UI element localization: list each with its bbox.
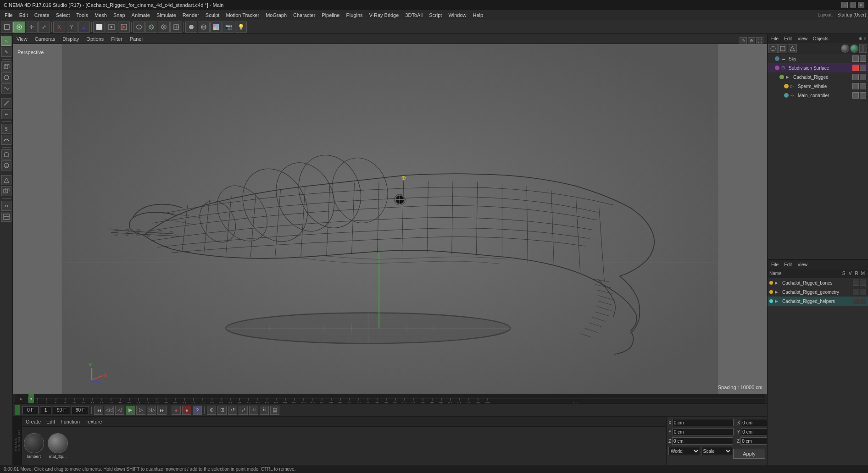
pen-tool[interactable]: ✒ [1,109,11,119]
frame-end-input[interactable] [53,406,70,414]
next-frame-btn[interactable]: ▷ [136,406,145,415]
menu-pipeline[interactable]: Pipeline [319,11,342,19]
material-preview-1[interactable] [841,44,849,53]
loop-tool[interactable] [1,212,11,222]
obj-item-cachalot[interactable]: ▶ Cachalot_Rigged [768,72,868,82]
material-tool[interactable] [1,160,11,170]
menu-edit[interactable]: Edit [17,11,31,19]
mat-menu-edit[interactable]: Edit [45,418,57,425]
maximize-button[interactable]: □ [850,2,856,8]
menu-help[interactable]: Help [470,11,486,19]
help-btn[interactable]: ? [193,406,202,415]
menu-mograph[interactable]: MoGraph [263,11,289,19]
minimize-button[interactable]: − [841,2,848,8]
bot-tab-edit[interactable]: Edit [782,261,794,268]
obj-item-bones[interactable]: ▶ Cachalot_Rigged_bones [768,278,868,287]
goto-end-btn[interactable]: ⏭ [157,406,167,415]
current-frame-input[interactable] [22,406,39,414]
graph-btn[interactable]: ≋ [249,406,258,415]
obj-icon-2[interactable] [778,44,787,53]
viewport-lock-btn[interactable]: ⊕ [740,37,747,44]
obj-item-geometry[interactable]: ▶ Cachalot_Rigged_geometry [768,287,868,297]
obj-icon-1[interactable] [768,44,778,53]
next-key-btn[interactable]: ▷▷ [147,406,156,415]
play-btn[interactable]: ▶ [126,406,135,415]
mat-menu-create[interactable]: Create [24,418,43,425]
material-lambert[interactable]: lambert [24,433,44,459]
prev-frame-btn[interactable]: ◁ [115,406,124,415]
sphere-tool[interactable] [1,72,11,82]
sky-enable-btn[interactable] [852,55,859,62]
menu-mesh[interactable]: Mesh [92,11,110,19]
menu-script[interactable]: Script [426,11,445,19]
scale-dropdown[interactable]: Scale [701,447,733,455]
move-tool-btn[interactable]: ✛ [26,22,38,33]
viewport-menu-options[interactable]: Options [84,35,106,43]
uv-mode-btn[interactable] [170,22,182,33]
viewport-menu-panel[interactable]: Panel [128,35,145,43]
camera-btn[interactable]: 📷 [223,22,234,33]
sperm-whale-enable-btn[interactable] [852,83,859,89]
menu-snap[interactable]: Snap [111,11,128,19]
geometry-s-btn[interactable] [853,289,859,295]
geometry-v-btn[interactable] [860,289,866,295]
sky-vis-btn[interactable] [860,55,866,62]
select-rect-btn[interactable]: ⬜ [93,22,105,33]
effector-tool[interactable] [1,175,11,185]
material-preview-2[interactable] [850,44,858,53]
timeline-btn[interactable]: ⊞ [217,406,227,415]
main-ctrl-enable-btn[interactable] [852,92,859,99]
cachalot-vis-btn[interactable] [860,74,866,80]
obj-icon-3[interactable] [788,44,797,53]
menu-vray[interactable]: V-Ray Bridge [367,11,402,19]
obj-item-helpers[interactable]: ▶ Cachalot_Rigged_helpers [768,297,868,306]
menu-character[interactable]: Character [290,11,318,19]
wire-shading-btn[interactable] [198,22,210,33]
goto-start-btn[interactable]: ⏮ [94,406,103,415]
motion-path-btn[interactable]: ⠿ [260,406,269,415]
menu-file[interactable]: File [2,11,16,19]
mat-menu-texture[interactable]: Texture [83,418,104,425]
pointer-tool[interactable]: ↖ [1,36,11,46]
obj-tab-objects[interactable]: Objects [811,35,830,42]
frame-start-input[interactable] [40,406,51,414]
obj-item-sperm-whale[interactable]: ▷ Sperm_Whale [768,82,868,91]
viewport-settings-btn[interactable]: ⚙ [748,37,755,44]
viewport[interactable]: Perspective Grid Spacing : 10000 cm [13,44,767,394]
auto-key-btn[interactable]: ● [182,406,191,415]
deformer-tool[interactable] [1,149,11,160]
nurbs-tool[interactable] [1,83,11,94]
line-tool[interactable] [1,98,11,108]
scale-tool-btn[interactable]: ⤢ [38,22,50,33]
y-axis-btn[interactable]: Y [66,22,78,33]
world-dropdown[interactable]: World Object Local [668,447,700,455]
timeline-track[interactable]: ▼ 0 2 4 6 8 10 12 1 [28,394,765,403]
bones-s-btn[interactable] [853,280,859,286]
x-position-input[interactable] [673,419,734,426]
cube-tool[interactable] [1,61,11,72]
obj-item-main-controller[interactable]: ⊹ Main_controller [768,91,868,100]
model-mode-btn[interactable] [1,22,13,33]
viewport-menu-display[interactable]: Display [61,35,81,43]
viewport-menu-view[interactable]: View [15,35,29,43]
polygon-mode-btn[interactable] [133,22,145,33]
loop-mode-btn[interactable]: ↺ [228,406,237,415]
obj-item-subdivision[interactable]: ⊞ Subdivision Surface [768,63,868,72]
subdiv-active-btn[interactable] [852,65,859,71]
main-ctrl-vis-btn[interactable] [860,92,866,99]
helpers-v-btn[interactable] [860,298,866,304]
menu-select[interactable]: Select [53,11,73,19]
close-button[interactable]: × [858,2,864,8]
knife-tool[interactable]: ✂ [1,201,11,211]
solid-shading-btn[interactable] [185,22,197,33]
z-position-input[interactable] [672,437,733,445]
menu-plugins[interactable]: Plugins [343,11,365,19]
material-preview-btn2[interactable] [863,44,867,53]
timeline-ruler[interactable]: ▶ ▼ 0 2 4 6 [13,394,767,404]
subdiv-vis-btn[interactable] [860,65,866,71]
apply-button[interactable]: Apply [733,449,765,459]
frame-end2-input[interactable] [72,406,89,414]
record-btn[interactable]: ● [172,406,181,415]
y-position-input[interactable] [673,428,734,435]
obj-item-sky[interactable]: ☁ Sky [768,54,868,63]
